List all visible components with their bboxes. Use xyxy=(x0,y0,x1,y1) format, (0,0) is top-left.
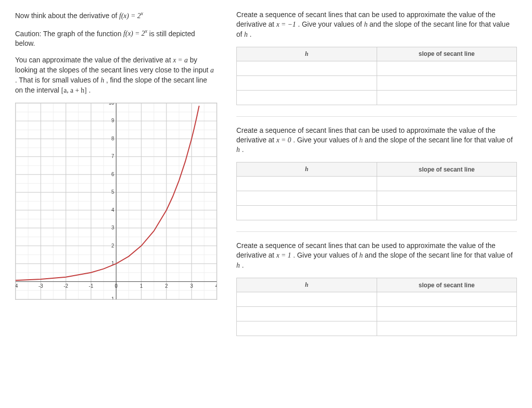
table-row xyxy=(237,292,517,307)
svg-text:1: 1 xyxy=(140,283,143,288)
h-input[interactable] xyxy=(237,321,377,336)
math-fx: f(x) = 2x xyxy=(123,30,147,37)
h-input[interactable] xyxy=(237,292,377,306)
svg-text:-2: -2 xyxy=(64,283,68,288)
svg-text:3: 3 xyxy=(190,283,193,288)
table-row xyxy=(237,61,517,75)
table-row xyxy=(237,307,517,321)
col-h-header: h xyxy=(237,162,377,177)
question-3-text: Create a sequence of secant lines that c… xyxy=(236,241,517,271)
table-header-row: h slope of secant line xyxy=(237,162,517,177)
math-interval: [a, a + h] xyxy=(61,87,87,94)
slope-input[interactable] xyxy=(377,307,517,321)
table-header-row: h slope of secant line xyxy=(237,278,517,292)
text: You can approximate the value of the der… xyxy=(15,56,173,64)
h-input[interactable] xyxy=(237,191,377,205)
divider xyxy=(236,231,517,232)
table-row xyxy=(237,75,517,90)
secant-table-3: h slope of secant line xyxy=(236,278,517,336)
svg-text:2: 2 xyxy=(165,283,168,288)
svg-text:0: 0 xyxy=(115,283,118,288)
svg-text:2: 2 xyxy=(111,242,114,248)
slope-input[interactable] xyxy=(377,76,517,90)
slope-input[interactable] xyxy=(377,292,517,306)
divider xyxy=(236,116,517,117)
text: . That is for small values of xyxy=(15,76,101,84)
explain-paragraph: You can approximate the value of the der… xyxy=(15,55,216,96)
svg-text:7: 7 xyxy=(111,153,114,159)
h-input[interactable] xyxy=(237,206,377,220)
svg-text:4: 4 xyxy=(111,207,114,212)
text: . xyxy=(88,86,91,94)
col-slope-header: slope of secant line xyxy=(377,47,517,61)
col-h-header: h xyxy=(237,278,377,292)
math-h: h xyxy=(101,76,104,84)
table-header-row: h slope of secant line xyxy=(237,47,517,61)
math-xa: x = a xyxy=(173,56,188,64)
svg-text:6: 6 xyxy=(111,171,114,177)
table-row xyxy=(237,90,517,105)
intro-paragraph-1: Now think about the derivative of f(x) =… xyxy=(15,10,216,21)
text: Now think about the derivative of xyxy=(15,12,119,20)
text: Caution: The graph of the function xyxy=(15,29,123,37)
svg-text:-1: -1 xyxy=(89,283,94,288)
col-slope-header: slope of secant line xyxy=(377,278,517,292)
secant-table-1: h slope of secant line xyxy=(236,47,517,105)
svg-text:8: 8 xyxy=(111,135,114,141)
question-1-text: Create a sequence of secant lines that c… xyxy=(236,10,517,40)
slope-input[interactable] xyxy=(377,321,517,336)
slope-input[interactable] xyxy=(377,177,517,191)
svg-text:9: 9 xyxy=(111,118,114,123)
function-graph: -4-3-2-101234-112345678910 xyxy=(15,103,217,300)
svg-text:10: 10 xyxy=(109,103,115,106)
table-row xyxy=(237,321,517,336)
svg-text:3: 3 xyxy=(111,225,114,230)
svg-text:-3: -3 xyxy=(39,283,43,288)
svg-text:5: 5 xyxy=(111,189,114,195)
h-input[interactable] xyxy=(237,76,377,90)
table-row xyxy=(237,206,517,220)
math-fx: f(x) = 2x xyxy=(119,12,143,20)
slope-input[interactable] xyxy=(377,206,517,220)
table-row xyxy=(237,177,517,191)
h-input[interactable] xyxy=(237,91,377,105)
svg-text:-4: -4 xyxy=(16,283,18,288)
caution-paragraph: Caution: The graph of the function f(x) … xyxy=(15,28,216,48)
slope-input[interactable] xyxy=(377,91,517,105)
h-input[interactable] xyxy=(237,307,377,321)
slope-input[interactable] xyxy=(377,191,517,205)
math-a: a xyxy=(210,66,214,74)
secant-table-2: h slope of secant line xyxy=(236,162,517,220)
col-slope-header: slope of secant line xyxy=(377,162,517,177)
h-input[interactable] xyxy=(237,61,377,75)
svg-text:4: 4 xyxy=(215,283,217,288)
table-row xyxy=(237,191,517,206)
h-input[interactable] xyxy=(237,177,377,191)
col-h-header: h xyxy=(237,47,377,61)
question-2-text: Create a sequence of secant lines that c… xyxy=(236,126,517,155)
svg-text:-1: -1 xyxy=(110,296,114,299)
slope-input[interactable] xyxy=(377,61,517,75)
